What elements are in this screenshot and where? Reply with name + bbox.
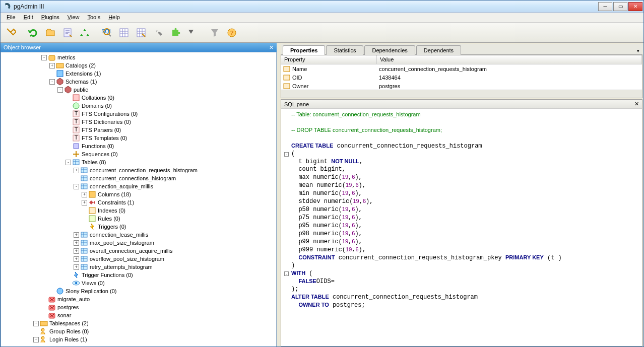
svg-rect-45 xyxy=(284,84,290,89)
tree-node[interactable]: +Columns (18) xyxy=(1,190,276,198)
object-browser-close-icon[interactable]: ✕ xyxy=(269,44,274,51)
expand-icon[interactable]: + xyxy=(82,200,87,205)
expand-icon[interactable]: + xyxy=(82,192,87,197)
tree-node[interactable]: -connection_acquire_millis xyxy=(1,182,276,190)
tree-node[interactable]: +overall_connection_acquire_millis xyxy=(1,247,276,255)
maximize-button[interactable]: ▭ xyxy=(613,2,627,11)
svg-rect-23 xyxy=(81,168,87,173)
tree-node[interactable]: postgres xyxy=(1,303,276,311)
property-row[interactable]: Ownerpostgres xyxy=(281,82,642,90)
puzzle-icon[interactable] xyxy=(168,25,183,40)
svg-point-35 xyxy=(75,282,77,284)
refresh-icon[interactable] xyxy=(26,25,41,40)
tree-node[interactable]: +Login Roles (1) xyxy=(1,335,276,343)
menu-file[interactable]: File xyxy=(3,13,20,22)
expand-icon[interactable]: - xyxy=(41,55,47,60)
tree-node[interactable]: +Catalogs (2) xyxy=(1,61,276,70)
tree-node[interactable]: Collations (0) xyxy=(1,94,276,102)
tree-node[interactable]: -Schemas (1) xyxy=(1,78,276,86)
tree-node[interactable]: Domains (0) xyxy=(1,102,276,110)
menu-plugins[interactable]: Plugins xyxy=(37,13,63,22)
dropdown-icon[interactable] xyxy=(185,25,200,40)
tree-node[interactable]: Trigger Functions (0) xyxy=(1,271,276,279)
expand-icon[interactable]: - xyxy=(66,160,71,165)
svg-text:T: T xyxy=(75,126,78,132)
grid-filter-icon[interactable] xyxy=(134,25,149,40)
menu-edit[interactable]: Edit xyxy=(20,13,37,22)
funnel-icon[interactable] xyxy=(207,25,222,40)
tab-options-icon[interactable]: ▾ xyxy=(634,47,642,54)
tree-node[interactable]: concurrent_connections_histogram xyxy=(1,174,276,182)
tree-node[interactable]: +connection_lease_millis xyxy=(1,231,276,239)
tree-node[interactable]: +max_pool_size_histogram xyxy=(1,239,276,247)
tree-node[interactable]: sonar xyxy=(1,311,276,319)
expand-icon[interactable]: - xyxy=(74,184,79,189)
tree-node-label: overall_connection_acquire_millis xyxy=(90,248,172,254)
tree-node[interactable]: Extensions (1) xyxy=(1,70,276,78)
tab-dependents[interactable]: Dependents xyxy=(416,45,461,55)
tree-node[interactable]: TFTS Templates (0) xyxy=(1,134,276,142)
sql-pane-body[interactable]: -- Table: concurrent_connection_requests… xyxy=(281,109,642,346)
wrench-icon[interactable] xyxy=(151,25,166,40)
expand-icon[interactable]: + xyxy=(74,256,79,262)
tree-node[interactable]: TFTS Parsers (0) xyxy=(1,126,276,134)
recycle-icon[interactable] xyxy=(77,25,92,40)
tree-node-label: max_pool_size_histogram xyxy=(90,240,154,246)
menu-tools[interactable]: Tools xyxy=(83,13,104,22)
help-icon[interactable]: ? xyxy=(224,25,239,40)
sql-icon[interactable]: SQL xyxy=(99,25,114,40)
tree-node[interactable]: Triggers (0) xyxy=(1,223,276,231)
property-row[interactable]: Nameconcurrent_connection_requests_histo… xyxy=(281,64,642,73)
tree-node[interactable]: +Tablespaces (2) xyxy=(1,319,276,327)
tree-node[interactable]: Rules (0) xyxy=(1,215,276,223)
plug-icon[interactable] xyxy=(4,25,19,40)
expand-icon xyxy=(66,103,71,109)
tree-node[interactable]: TFTS Configurations (0) xyxy=(1,110,276,118)
property-row[interactable]: OID1438464 xyxy=(281,73,642,82)
tab-statistics[interactable]: Statistics xyxy=(326,45,363,55)
expand-icon[interactable]: + xyxy=(74,264,79,270)
script-icon[interactable] xyxy=(60,25,75,40)
tree-node[interactable]: Group Roles (0) xyxy=(1,327,276,335)
minimize-button[interactable]: ─ xyxy=(598,2,612,11)
tree-node[interactable]: +concurrent_connection_requests_histogra… xyxy=(1,166,276,174)
tree-node[interactable]: -metrics xyxy=(1,53,276,61)
object-browser-tree[interactable]: -metrics+Catalogs (2)Extensions (1)-Sche… xyxy=(1,52,277,347)
svg-rect-44 xyxy=(284,75,290,80)
tab-properties[interactable]: Properties xyxy=(283,45,325,55)
sql-pane-close-icon[interactable]: ✕ xyxy=(634,101,639,107)
grid-icon[interactable] xyxy=(116,25,132,40)
tree-node[interactable]: Views (0) xyxy=(1,279,276,287)
tree-node[interactable]: +retry_attempts_histogram xyxy=(1,263,276,271)
tree-node[interactable]: +Constraints (1) xyxy=(1,198,276,206)
menu-view[interactable]: View xyxy=(63,13,84,22)
svg-point-36 xyxy=(57,288,63,294)
open-icon[interactable] xyxy=(43,25,58,40)
expand-icon[interactable]: + xyxy=(33,337,39,342)
expand-icon[interactable]: + xyxy=(74,232,79,238)
tab-dependencies[interactable]: Dependencies xyxy=(364,45,415,55)
expand-icon[interactable]: + xyxy=(74,168,79,173)
tree-node-label: Domains (0) xyxy=(82,103,112,109)
roles-icon xyxy=(40,335,48,343)
properties-scrollbar[interactable] xyxy=(281,90,642,98)
expand-icon[interactable]: - xyxy=(57,87,63,93)
expand-icon[interactable]: + xyxy=(74,248,79,254)
expand-icon[interactable]: + xyxy=(33,321,39,326)
close-button[interactable]: ✕ xyxy=(628,2,642,11)
cons-icon xyxy=(88,198,96,206)
tree-node[interactable]: -public xyxy=(1,86,276,94)
menu-help[interactable]: Help xyxy=(104,13,124,22)
tree-node[interactable]: Indexes (0) xyxy=(1,206,276,215)
tree-node[interactable]: Functions (0) xyxy=(1,142,276,150)
tree-node[interactable]: TFTS Dictionaries (0) xyxy=(1,118,276,126)
tree-node[interactable]: Sequences (0) xyxy=(1,150,276,158)
tree-node[interactable]: Slony Replication (0) xyxy=(1,287,276,295)
expand-icon[interactable]: + xyxy=(74,240,79,246)
tree-node-label: Catalogs (2) xyxy=(66,62,96,68)
tree-node[interactable]: migrate_auto xyxy=(1,295,276,303)
tree-node[interactable]: +overflow_pool_size_histogram xyxy=(1,255,276,263)
tree-node[interactable]: -Tables (8) xyxy=(1,158,276,166)
expand-icon[interactable]: + xyxy=(49,63,55,68)
expand-icon[interactable]: - xyxy=(49,79,55,85)
